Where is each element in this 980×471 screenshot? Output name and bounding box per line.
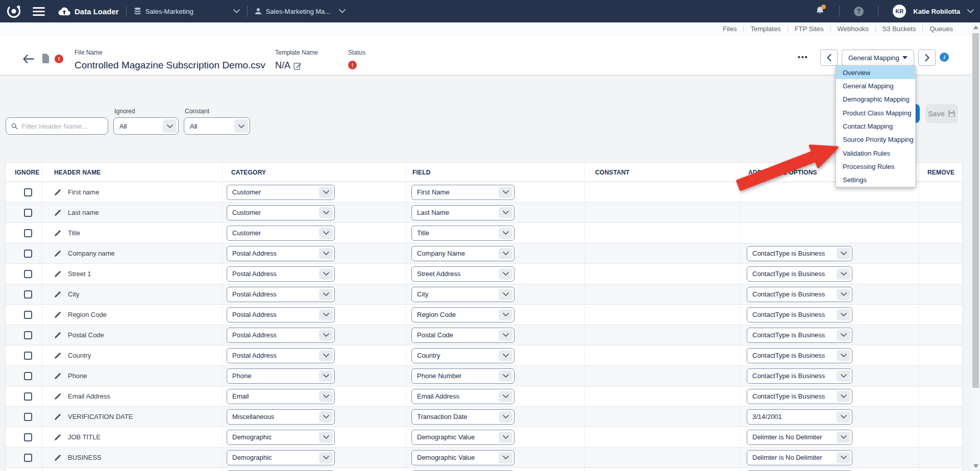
ignore-checkbox[interactable] — [24, 290, 32, 299]
vertical-scrollbar[interactable] — [971, 22, 980, 471]
ignore-checkbox[interactable] — [24, 392, 32, 401]
category-select[interactable]: Postal Address — [227, 307, 335, 323]
field-select[interactable]: Company Name — [411, 246, 514, 261]
nav-link-s3-buckets[interactable]: S3 Buckets — [883, 25, 916, 33]
field-select[interactable]: Postal Code — [411, 328, 514, 343]
menu-item-product-class-mapping[interactable]: Product Class Mapping — [836, 106, 915, 119]
menu-item-general-mapping[interactable]: General Mapping — [836, 79, 915, 92]
edit-pencil-icon[interactable] — [54, 270, 61, 278]
info-icon[interactable]: i — [940, 53, 949, 62]
additional-options-select[interactable]: ContactType is Business — [747, 246, 852, 261]
additional-options-select[interactable]: ContactType is Business — [747, 287, 852, 302]
category-select[interactable]: Miscellaneous — [227, 409, 335, 425]
ignore-checkbox[interactable] — [24, 331, 32, 339]
edit-pencil-icon[interactable] — [54, 332, 61, 339]
notifications-button[interactable] — [815, 6, 825, 17]
category-select[interactable]: Demographic — [227, 450, 335, 465]
avatar[interactable]: KR — [893, 5, 906, 18]
field-select[interactable]: Country — [411, 348, 514, 363]
next-section-button[interactable] — [918, 49, 936, 66]
field-select[interactable]: Transaction Date — [411, 409, 514, 425]
field-select[interactable]: Email Address — [411, 389, 514, 404]
field-select[interactable]: Last Name — [411, 205, 514, 220]
nav-link-ftp-sites[interactable]: FTP Sites — [795, 25, 824, 33]
ignore-checkbox[interactable] — [24, 250, 32, 258]
field-select[interactable]: Demographic Value — [411, 430, 514, 445]
more-actions-button[interactable]: ••• — [798, 53, 808, 61]
edit-pencil-icon[interactable] — [54, 413, 61, 420]
category-select[interactable]: Customer — [227, 205, 335, 220]
category-select[interactable]: Phone — [227, 368, 335, 384]
edit-pencil-icon[interactable] — [54, 189, 61, 196]
edit-pencil-icon[interactable] — [54, 209, 61, 216]
menu-item-settings[interactable]: Settings — [836, 173, 915, 187]
ignore-checkbox[interactable] — [24, 433, 32, 441]
nav-link-templates[interactable]: Templates — [750, 25, 780, 33]
previous-section-button[interactable] — [820, 49, 838, 66]
chevron-down-icon[interactable] — [967, 9, 974, 13]
ignored-filter-select[interactable]: All — [113, 117, 179, 135]
ignore-checkbox[interactable] — [24, 229, 32, 237]
save-button[interactable]: Save — [925, 104, 958, 123]
breadcrumb-database[interactable]: Sales-Marketing — [134, 7, 240, 15]
constant-filter-select[interactable]: All — [184, 117, 250, 135]
category-select[interactable]: Postal Address — [227, 246, 335, 261]
category-select[interactable]: Postal Address — [227, 328, 335, 343]
edit-icon[interactable] — [293, 62, 302, 70]
field-select[interactable]: First Name — [411, 185, 514, 200]
additional-options-select[interactable]: ContactType is Business — [747, 307, 852, 323]
app-logo-icon[interactable] — [6, 4, 21, 19]
additional-options-select[interactable]: ContactType is Business — [747, 328, 852, 343]
additional-options-select[interactable]: ContactType is Business — [747, 348, 852, 363]
additional-options-select[interactable]: Delimter is No Delimiter — [747, 450, 852, 465]
edit-pencil-icon[interactable] — [54, 352, 61, 359]
menu-item-processing-rules[interactable]: Processing Rules — [836, 160, 915, 173]
edit-pencil-icon[interactable] — [54, 373, 61, 380]
header-name-filter[interactable] — [6, 117, 108, 135]
ignore-checkbox[interactable] — [24, 352, 32, 360]
additional-options-select[interactable]: ContactType is Business — [747, 389, 852, 404]
category-select[interactable]: Customer — [227, 185, 335, 200]
menu-item-demographic-mapping[interactable]: Demographic Mapping — [836, 93, 915, 106]
back-arrow-icon[interactable] — [22, 54, 35, 64]
field-select[interactable]: Demographic Value — [411, 450, 514, 465]
category-select[interactable]: Postal Address — [227, 266, 335, 282]
section-dropdown-button[interactable]: General Mapping — [842, 49, 914, 66]
edit-pencil-icon[interactable] — [54, 230, 61, 237]
edit-pencil-icon[interactable] — [54, 311, 61, 318]
menu-item-overview[interactable]: Overview — [836, 66, 915, 79]
ignore-checkbox[interactable] — [24, 413, 32, 421]
ignore-checkbox[interactable] — [24, 209, 32, 217]
scrollbar-up-arrow[interactable] — [973, 26, 978, 29]
edit-pencil-icon[interactable] — [54, 250, 61, 257]
field-select[interactable]: Phone Number — [411, 368, 514, 384]
field-select[interactable]: Title — [411, 226, 514, 241]
help-button[interactable]: ? — [854, 7, 864, 16]
scrollbar-down-arrow[interactable] — [973, 464, 978, 468]
additional-options-select[interactable]: ContactType is Business — [747, 266, 852, 282]
search-input[interactable] — [21, 122, 103, 130]
hamburger-menu-icon[interactable] — [33, 7, 45, 16]
additional-options-select[interactable]: Delimter is No Delimiter — [747, 430, 852, 445]
additional-options-select[interactable]: ContactType is Business — [747, 368, 852, 384]
ignore-checkbox[interactable] — [24, 372, 32, 380]
edit-pencil-icon[interactable] — [54, 291, 61, 298]
field-select[interactable]: Region Code — [411, 307, 514, 323]
ignore-checkbox[interactable] — [24, 454, 32, 462]
additional-options-select[interactable]: 3/14/2001 — [747, 409, 852, 425]
menu-item-source-priority-mapping[interactable]: Source Priority Mapping — [836, 133, 915, 146]
edit-pencil-icon[interactable] — [54, 393, 61, 400]
nav-link-queues[interactable]: Queues — [929, 25, 953, 33]
menu-item-validation-rules[interactable]: Validation Rules — [836, 146, 915, 160]
edit-pencil-icon[interactable] — [54, 434, 61, 441]
ignore-checkbox[interactable] — [24, 311, 32, 319]
nav-link-files[interactable]: Files — [723, 25, 737, 33]
edit-pencil-icon[interactable] — [54, 454, 61, 461]
category-select[interactable]: Customer — [227, 226, 335, 241]
category-select[interactable]: Postal Address — [227, 348, 335, 363]
ignore-checkbox[interactable] — [24, 270, 32, 278]
menu-item-contact-mapping[interactable]: Contact Mapping — [836, 119, 915, 133]
category-select[interactable]: Demographic — [227, 430, 335, 445]
field-select[interactable]: Street Address — [411, 266, 514, 282]
field-select[interactable]: City — [411, 287, 514, 302]
